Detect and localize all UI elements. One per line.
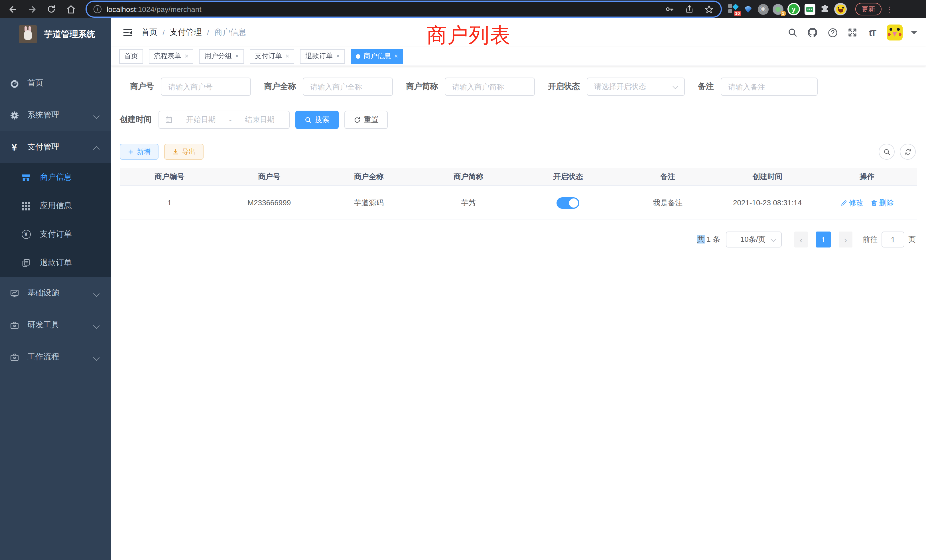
prev-page-button[interactable]: ‹ (794, 232, 808, 248)
ext-grid-icon[interactable]: 10 (728, 3, 739, 15)
github-icon[interactable] (807, 27, 818, 38)
logo[interactable]: 芋道管理系统 (0, 18, 111, 50)
site-info-icon[interactable]: i (94, 5, 101, 13)
tab-pay-order[interactable]: 支付订单 × (250, 49, 295, 64)
sidebar-item-application[interactable]: 应用信息 (0, 192, 111, 220)
sidebar-menu: 首页 系统管理 ¥ 支付管理 (0, 67, 111, 373)
field-label: 备注 (698, 82, 714, 92)
search-icon[interactable] (787, 27, 798, 38)
home-icon[interactable] (63, 1, 79, 17)
breadcrumb-home[interactable]: 首页 (141, 27, 157, 38)
field-full-name: 商户全称 (264, 77, 393, 96)
breadcrumb: 首页 / 支付管理 / 商户信息 (141, 27, 246, 38)
goto-page-input[interactable] (882, 232, 904, 248)
ext-recorder-icon[interactable]: 1 (772, 3, 784, 15)
cell-merchant-no: M233666999 (219, 198, 319, 207)
share-icon[interactable] (685, 5, 694, 14)
briefcase-icon (9, 352, 20, 362)
page-size-select[interactable]: 10条/页 (726, 232, 782, 248)
close-icon[interactable]: × (395, 53, 398, 59)
sidebar-item-infrastructure[interactable]: 基础设施 (0, 277, 111, 309)
content: 商户号 商户全称 商户简称 开启状态 请选择开启状态 (111, 66, 926, 560)
avatar-caret-icon[interactable] (911, 31, 917, 37)
create-time-range-picker[interactable]: 开始日期 - 结束日期 (159, 110, 290, 129)
goto-label: 前往 (863, 235, 878, 245)
sidebar-item-dev-tools[interactable]: 研发工具 (0, 309, 111, 341)
sidebar-item-workflow[interactable]: 工作流程 (0, 341, 111, 373)
sidebar-fold-icon[interactable] (122, 27, 133, 38)
pagination: 共 1 条 10条/页 ‹ 1 › 前往 页 (120, 232, 917, 248)
export-button[interactable]: 导出 (164, 144, 204, 160)
pencil-icon (840, 199, 847, 206)
merchant-no-input[interactable] (161, 77, 251, 96)
close-icon[interactable]: × (235, 53, 239, 59)
user-avatar[interactable] (887, 24, 903, 41)
sidebar-item-payment[interactable]: ¥ 支付管理 (0, 131, 111, 163)
url-bar[interactable]: i localhost:1024/pay/merchant (87, 2, 721, 17)
breadcrumb-current: 商户信息 (214, 27, 246, 38)
tab-process-form[interactable]: 流程表单 × (149, 49, 194, 64)
extensions-puzzle-icon[interactable] (819, 3, 830, 15)
close-icon[interactable]: × (336, 53, 340, 59)
close-icon[interactable]: × (286, 53, 289, 59)
password-key-icon[interactable] (664, 4, 675, 14)
logo-avatar (19, 25, 37, 43)
font-size-icon[interactable]: tT (867, 27, 878, 38)
delete-link[interactable]: 删除 (870, 198, 894, 208)
sidebar-item-home[interactable]: 首页 (0, 67, 111, 99)
chrome-update-button[interactable]: 更新 (855, 3, 882, 15)
remark-input[interactable] (721, 77, 818, 96)
chrome-menu-icon[interactable]: ⋮ (886, 5, 892, 13)
range-separator: - (229, 115, 232, 124)
add-button[interactable]: 新增 (120, 144, 159, 160)
ext-y-icon[interactable]: y (787, 3, 800, 15)
search-button[interactable]: 搜索 (295, 110, 339, 129)
refresh-table-button[interactable] (900, 144, 916, 160)
field-short-name: 商户简称 (406, 77, 535, 96)
tabs-bar: 首页 流程表单 × 用户分组 × 支付订单 × 退款订单 × (111, 47, 926, 66)
tab-label: 支付订单 (255, 51, 282, 61)
forward-icon[interactable] (24, 1, 40, 17)
bookmark-star-icon[interactable] (704, 4, 714, 14)
sidebar-item-merchant[interactable]: 商户信息 (0, 163, 111, 192)
fullscreen-icon[interactable] (847, 27, 858, 38)
ext-gem-icon[interactable] (742, 3, 754, 15)
sidebar-item-system[interactable]: 系统管理 (0, 99, 111, 131)
tab-refund-order[interactable]: 退款订单 × (300, 49, 345, 64)
refresh-icon (904, 148, 911, 155)
reset-button[interactable]: 重置 (344, 110, 388, 129)
cell-remark: 我是备注 (618, 198, 718, 208)
show-search-button[interactable] (879, 144, 895, 160)
help-icon[interactable] (827, 27, 838, 38)
next-page-button[interactable]: › (839, 232, 852, 248)
browser-toolbar: i localhost:1024/pay/merchant 10 ⌘ (0, 0, 926, 18)
breadcrumb-payment[interactable]: 支付管理 (170, 27, 202, 38)
col-header: 开启状态 (518, 171, 618, 182)
ext-chat-icon[interactable] (804, 3, 816, 15)
status-select[interactable]: 请选择开启状态 (587, 77, 685, 96)
status-toggle[interactable] (557, 197, 580, 209)
select-placeholder: 请选择开启状态 (594, 82, 673, 92)
main: 首页 / 支付管理 / 商户信息 商户列表 (111, 18, 926, 560)
ext-command-icon[interactable]: ⌘ (757, 3, 769, 15)
back-icon[interactable] (5, 1, 21, 17)
tab-user-group[interactable]: 用户分组 × (199, 49, 244, 64)
tab-home[interactable]: 首页 (119, 49, 143, 64)
full-name-input[interactable] (303, 77, 393, 96)
sidebar-item-refund-order[interactable]: 退款订单 (0, 249, 111, 277)
col-header: 商户简称 (419, 171, 519, 182)
close-icon[interactable]: × (185, 53, 188, 59)
short-name-input[interactable] (445, 77, 535, 96)
reload-icon[interactable] (43, 1, 59, 17)
tab-merchant-info[interactable]: 商户信息 × (351, 49, 403, 64)
tab-label: 首页 (124, 51, 138, 61)
field-label: 商户号 (130, 82, 154, 92)
table-row: 1 M233666999 芋道源码 芋艿 我是备注 2021-10-23 08:… (120, 185, 917, 219)
page-number-1[interactable]: 1 (816, 232, 831, 248)
chevron-down-icon (772, 237, 776, 242)
url-text[interactable]: localhost:1024/pay/merchant (107, 5, 654, 14)
sidebar-item-pay-order[interactable]: ¥ 支付订单 (0, 220, 111, 249)
profile-avatar-icon[interactable] (834, 3, 847, 15)
header-actions: tT (787, 24, 917, 41)
edit-link[interactable]: 修改 (840, 198, 864, 208)
